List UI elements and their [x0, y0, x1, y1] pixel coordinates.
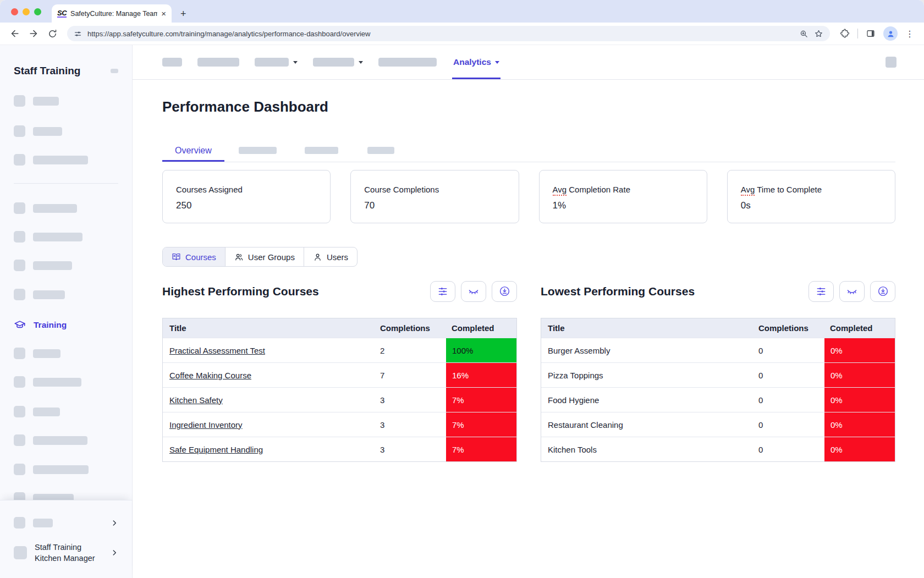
zoom-icon[interactable] [799, 29, 809, 38]
column-header-completions: Completions [758, 323, 824, 333]
download-icon [877, 285, 889, 297]
training-top-nav: Analytics [133, 45, 924, 80]
sliders-icon [437, 286, 448, 297]
tab-close-icon[interactable]: × [161, 9, 166, 18]
sidebar-skeleton-item [14, 376, 118, 388]
table-row: Coffee Making Course716% [163, 362, 516, 387]
page-title: Performance Dashboard [162, 97, 895, 116]
chevron-right-icon [111, 519, 118, 527]
table-row: Burger Assembly00% [541, 338, 895, 362]
side-panel-icon[interactable] [866, 29, 876, 38]
tab-skeleton [239, 147, 277, 154]
user-group-icon [234, 252, 244, 262]
completions-value: 0 [758, 363, 824, 387]
completions-value: 3 [380, 437, 446, 461]
back-button[interactable] [6, 24, 24, 43]
completions-value: 0 [758, 338, 824, 362]
course-link[interactable]: Ingredient Inventory [163, 412, 380, 437]
nav-item-analytics[interactable]: Analytics [452, 45, 501, 79]
workspace-switcher[interactable]: Staff Training Kitchen Manager [14, 542, 118, 564]
url-bar[interactable]: https://app.safetyculture.com/training/m… [67, 26, 830, 41]
maximize-window-button[interactable] [34, 8, 41, 15]
view-toggle: Courses User Groups Users [162, 247, 358, 267]
completed-cell: 7% [446, 437, 516, 461]
toolbar-right: ⋮ [835, 26, 919, 41]
completed-cell: 7% [446, 388, 516, 412]
nav-skeleton-item [378, 58, 437, 67]
sidebar-bottom-section: Staff Training Kitchen Manager [0, 500, 132, 578]
tab-title: SafetyCulture: Manage Teams and... [70, 10, 157, 18]
course-title: Burger Assembly [541, 338, 758, 362]
hide-columns-button[interactable] [461, 281, 486, 302]
stat-value: 1% [553, 200, 694, 211]
course-link[interactable]: Safe Equipment Handling [163, 437, 380, 461]
sidebar-skeleton-item [14, 289, 118, 300]
close-window-button[interactable] [11, 8, 18, 15]
forward-button[interactable] [24, 24, 43, 43]
completions-value: 0 [758, 437, 824, 461]
sidebar: Staff Training Training [0, 45, 133, 578]
graduation-cap-icon [14, 319, 26, 331]
table-row: Food Hygiene00% [541, 387, 895, 412]
completed-cell: 0% [824, 437, 895, 461]
toggle-users[interactable]: Users [304, 247, 357, 266]
sidebar-bottom-skeleton-item[interactable] [14, 517, 118, 529]
completed-cell: 16% [446, 363, 516, 387]
course-title: Restaurant Cleaning [541, 412, 758, 437]
course-link[interactable]: Coffee Making Course [163, 363, 380, 387]
course-link[interactable]: Practical Assessment Test [163, 338, 380, 362]
nav-skeleton-item [886, 57, 897, 68]
stat-value: 0s [741, 200, 882, 211]
table-row: Pizza Toppings00% [541, 362, 895, 387]
user-icon [313, 252, 322, 262]
column-header-title: Title [541, 323, 758, 333]
tab-skeleton [305, 147, 338, 154]
stat-value: 250 [176, 200, 317, 211]
filter-button[interactable] [809, 281, 834, 302]
browser-tab[interactable]: SC SafetyCulture: Manage Teams and... × [52, 4, 172, 23]
course-link[interactable]: Kitchen Safety [163, 388, 380, 412]
sidebar-skeleton-item [14, 348, 118, 359]
site-settings-icon[interactable] [74, 30, 82, 38]
table-row: Restaurant Cleaning00% [541, 412, 895, 437]
tab-overview[interactable]: Overview [162, 139, 224, 162]
safetyculture-favicon: SC [57, 9, 67, 18]
stat-card: Courses Assigned 250 [162, 170, 331, 223]
minimize-window-button[interactable] [23, 8, 30, 15]
sidebar-skeleton-item [14, 406, 118, 417]
download-button[interactable] [870, 281, 895, 302]
new-tab-button[interactable]: + [180, 9, 186, 19]
lowest-performing-section: Lowest Performing Courses [541, 279, 895, 462]
browser-tab-strip: SC SafetyCulture: Manage Teams and... × … [0, 0, 924, 23]
reload-button[interactable] [43, 24, 62, 43]
nav-skeleton-item [197, 58, 239, 67]
sidebar-skeleton-item [14, 260, 118, 271]
chevron-down-icon [359, 61, 363, 64]
sidebar-item-training[interactable]: Training [14, 319, 118, 331]
extensions-icon[interactable] [840, 29, 850, 38]
dashboard-tabs: Overview [162, 139, 895, 162]
table-row: Safe Equipment Handling37% [163, 437, 516, 461]
profile-avatar[interactable] [883, 26, 898, 41]
workspace-name: Staff Training Kitchen Manager [35, 542, 103, 564]
nav-skeleton-item [162, 58, 182, 67]
chevron-down-icon [495, 61, 499, 64]
bookmark-star-icon[interactable] [814, 29, 823, 38]
column-header-completions: Completions [380, 323, 446, 333]
toggle-courses[interactable]: Courses [163, 247, 225, 266]
sidebar-skeleton-item [14, 492, 118, 500]
table-row: Kitchen Tools00% [541, 437, 895, 461]
completed-cell: 100% [446, 338, 516, 362]
toggle-user-groups[interactable]: User Groups [225, 247, 304, 266]
filter-button[interactable] [430, 281, 455, 302]
sidebar-skeleton-item [14, 464, 118, 475]
stat-value: 70 [364, 200, 505, 211]
table-row: Practical Assessment Test2100% [163, 338, 516, 362]
browser-menu-icon[interactable]: ⋮ [905, 29, 914, 39]
nav-skeleton-item [313, 58, 354, 67]
stat-label: Avg Time to Complete [741, 185, 882, 194]
completed-cell: 0% [824, 388, 895, 412]
download-button[interactable] [492, 281, 517, 302]
section-title: Highest Performing Courses [162, 285, 319, 298]
hide-columns-button[interactable] [839, 281, 865, 302]
